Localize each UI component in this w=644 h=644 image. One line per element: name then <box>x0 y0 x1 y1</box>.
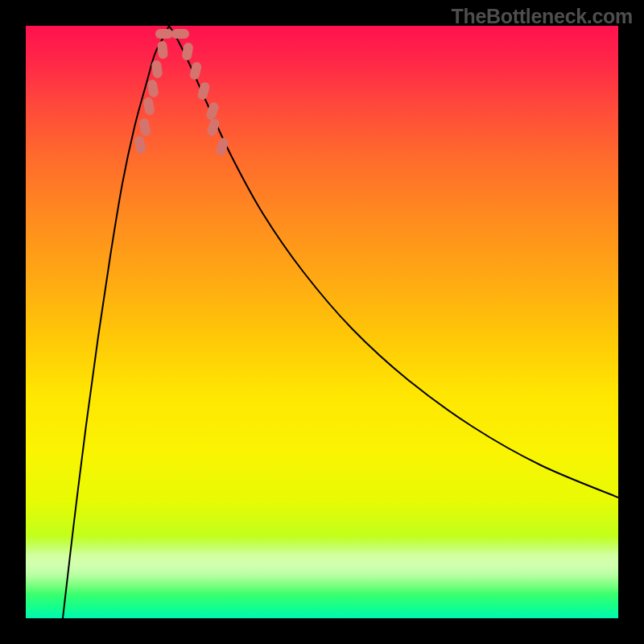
chart-stage: TheBottleneck.com <box>0 0 644 644</box>
marker-pin <box>134 135 147 155</box>
marker-pin <box>151 60 163 78</box>
marker-pin <box>181 42 194 61</box>
marker-pin <box>147 79 159 98</box>
marker-pin <box>171 29 189 39</box>
marker-pin <box>138 118 151 137</box>
marker-pin <box>155 29 173 39</box>
curve-layer <box>26 26 618 618</box>
watermark-text: TheBottleneck.com <box>451 5 633 28</box>
marker-pin <box>142 97 155 116</box>
marker-pin <box>157 40 168 59</box>
curve-left <box>63 26 169 618</box>
curve-right <box>169 26 618 497</box>
plot-area <box>26 26 618 618</box>
marker-pin <box>189 61 203 80</box>
